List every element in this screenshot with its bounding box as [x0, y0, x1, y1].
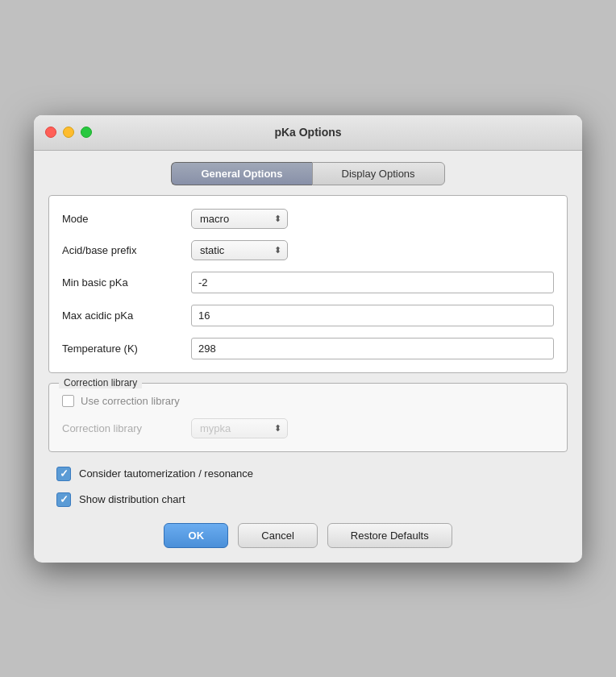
window-controls	[45, 127, 92, 138]
distribution-checkbox[interactable]	[56, 492, 71, 507]
min-basic-row: Min basic pKa	[62, 272, 554, 293]
max-acidic-row: Max acidic pKa	[62, 305, 554, 326]
cancel-button[interactable]: Cancel	[238, 523, 317, 548]
min-basic-label: Min basic pKa	[62, 276, 191, 289]
temperature-label: Temperature (K)	[62, 343, 191, 355]
distribution-row: Show distribution chart	[56, 492, 560, 507]
titlebar: pKa Options	[34, 115, 582, 151]
tab-display[interactable]: Display Options	[312, 162, 445, 185]
acid-base-select[interactable]: static dynamic	[191, 240, 288, 260]
temperature-row: Temperature (K)	[62, 338, 554, 359]
mode-label: Mode	[62, 213, 191, 225]
use-correction-label: Use correction library	[81, 395, 180, 407]
tautomerization-checkbox[interactable]	[56, 467, 71, 481]
correction-library-box: Correction library Use correction librar…	[48, 383, 568, 452]
maximize-button[interactable]	[81, 127, 92, 138]
tab-general[interactable]: General Options	[171, 162, 311, 185]
tautomerization-row: Consider tautomerization / resonance	[56, 467, 560, 481]
acid-base-label: Acid/base prefix	[62, 244, 191, 256]
min-basic-input[interactable]	[191, 272, 554, 293]
main-window: pKa Options General Options Display Opti…	[34, 115, 582, 563]
tautomerization-label: Consider tautomerization / resonance	[79, 467, 253, 480]
button-row: OK Cancel Restore Defaults	[48, 520, 568, 548]
window-title: pKa Options	[274, 126, 341, 139]
correction-library-select-wrapper: mypka	[191, 418, 288, 438]
max-acidic-label: Max acidic pKa	[62, 309, 191, 322]
acid-base-select-wrapper: static dynamic	[191, 240, 288, 260]
restore-defaults-button[interactable]: Restore Defaults	[327, 523, 452, 548]
correction-library-select[interactable]: mypka	[191, 418, 288, 438]
correction-legend: Correction library	[59, 377, 142, 388]
minimize-button[interactable]	[63, 127, 74, 138]
mode-row: Mode macro micro	[62, 209, 554, 229]
close-button[interactable]	[45, 127, 56, 138]
mode-select[interactable]: macro micro	[191, 209, 288, 229]
temperature-input[interactable]	[191, 338, 554, 359]
mode-select-wrapper: macro micro	[191, 209, 288, 229]
window-body: General Options Display Options Mode mac…	[34, 151, 582, 563]
distribution-label: Show distribution chart	[79, 493, 185, 505]
general-options-box: Mode macro micro Acid/base prefix static…	[48, 195, 568, 373]
correction-library-row: Correction library mypka	[62, 418, 554, 438]
use-correction-row: Use correction library	[62, 395, 554, 407]
correction-library-label: Correction library	[62, 422, 191, 434]
acid-base-row: Acid/base prefix static dynamic	[62, 240, 554, 260]
max-acidic-input[interactable]	[191, 305, 554, 326]
checkboxes-section: Consider tautomerization / resonance Sho…	[48, 463, 568, 507]
tab-bar: General Options Display Options	[48, 162, 568, 185]
ok-button[interactable]: OK	[164, 523, 228, 548]
use-correction-checkbox[interactable]	[62, 395, 74, 407]
